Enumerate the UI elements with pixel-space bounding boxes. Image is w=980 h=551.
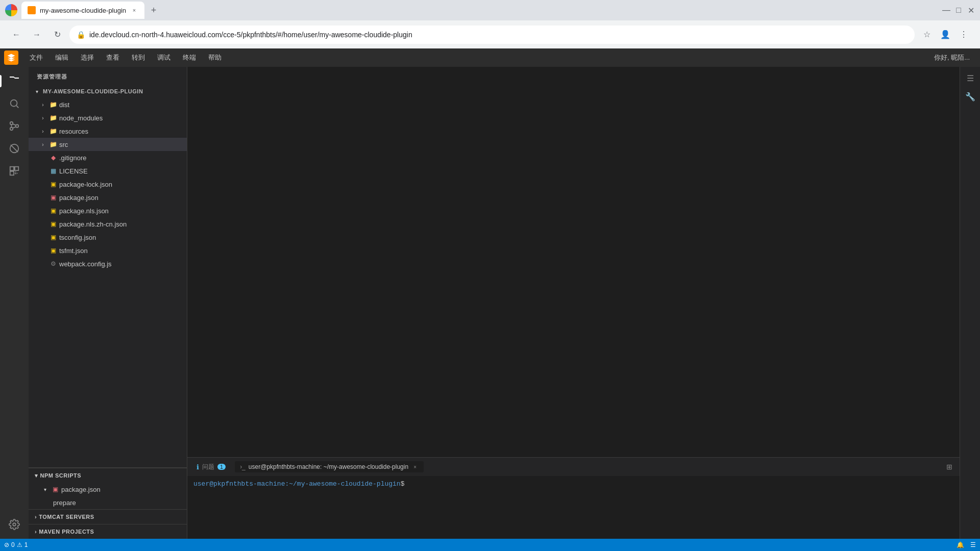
back-button[interactable]: ← bbox=[8, 27, 24, 43]
file-webpack-config-js[interactable]: › ⚙ webpack.config.js bbox=[29, 257, 187, 270]
menu-select[interactable]: 选择 bbox=[76, 51, 99, 64]
browser-titlebar: my-awesome-cloudide-plugin × + — □ ✕ bbox=[0, 0, 980, 20]
folder-resources[interactable]: › 📁 resources bbox=[29, 124, 187, 138]
tab-terminal[interactable]: ›_ user@pkpfnthbts-machine: ~/my-awesome… bbox=[235, 461, 424, 472]
active-tab[interactable]: my-awesome-cloudide-plugin × bbox=[21, 2, 144, 19]
svg-line-1 bbox=[16, 106, 18, 108]
json-red-icon: ▣ bbox=[49, 193, 57, 202]
app: 文件 编辑 选择 查看 转到 调试 终端 帮助 你好, 昵陌... bbox=[0, 48, 980, 551]
tomcat-servers-header[interactable]: › TOMCAT SERVERS bbox=[29, 510, 187, 524]
file-package-lock-json[interactable]: › ▣ package-lock.json bbox=[29, 178, 187, 191]
problems-icon: ℹ bbox=[197, 463, 199, 471]
close-window-button[interactable]: ✕ bbox=[967, 6, 975, 14]
folder-icon: 📁 bbox=[49, 140, 57, 148]
search-icon[interactable] bbox=[4, 93, 24, 114]
folder-node-modules[interactable]: › 📁 node_modules bbox=[29, 111, 187, 124]
settings-icon[interactable] bbox=[4, 514, 24, 535]
folder-dist[interactable]: › 📁 dist bbox=[29, 98, 187, 111]
address-bar[interactable]: 🔒 ide.devcloud.cn-north-4.huaweicloud.co… bbox=[69, 26, 915, 44]
json-red-icon: ▣ bbox=[51, 485, 59, 493]
svg-point-2 bbox=[10, 122, 13, 125]
source-control-icon[interactable] bbox=[4, 116, 24, 136]
project-name: MY-AWESOME-CLOUDIDE-PLUGIN bbox=[43, 88, 143, 94]
folder-src[interactable]: › 📁 src bbox=[29, 138, 187, 151]
menu-edit[interactable]: 编辑 bbox=[50, 51, 74, 64]
terminal-content[interactable]: user@pkpfnthbts-machine:~/my-awesome-clo… bbox=[187, 476, 960, 539]
project-root[interactable]: ▾ MY-AWESOME-CLOUDIDE-PLUGIN bbox=[29, 85, 187, 98]
tab-problems[interactable]: ℹ 问题 1 bbox=[191, 461, 231, 473]
menu-button[interactable]: ⋮ bbox=[955, 27, 972, 43]
chevron-right-icon: › bbox=[39, 140, 47, 148]
menu-help[interactable]: 帮助 bbox=[203, 51, 227, 64]
npm-scripts-header[interactable]: ▾ NPM SCRIPTS bbox=[29, 468, 187, 483]
json-icon: ▣ bbox=[49, 207, 57, 215]
chevron-right-icon: › bbox=[39, 101, 47, 109]
file-package-nls-zhcn-json[interactable]: › ▣ package.nls.zh-cn.json bbox=[29, 217, 187, 231]
folder-node-modules-label: node_modules bbox=[59, 114, 103, 122]
file-package-json[interactable]: › ▣ package.json bbox=[29, 191, 187, 204]
main-content: 资源管理器 ▾ MY-AWESOME-CLOUDIDE-PLUGIN › 📁 d… bbox=[0, 67, 980, 539]
tab-close-button[interactable]: × bbox=[130, 6, 138, 14]
right-panel: ☰ 🔧 bbox=[960, 67, 980, 539]
right-plugin-icon[interactable]: 🔧 bbox=[963, 89, 977, 104]
file-package-nls-label: package.nls.json bbox=[59, 207, 109, 215]
file-tsfmt-json[interactable]: › ▣ tsfmt.json bbox=[29, 244, 187, 257]
folder-icon: 📁 bbox=[49, 114, 57, 122]
bookmark-button[interactable]: ☆ bbox=[919, 27, 935, 43]
menu-goto[interactable]: 转到 bbox=[127, 51, 150, 64]
files-icon[interactable] bbox=[4, 71, 24, 91]
address-text: ide.devcloud.cn-north-4.huaweicloud.com/… bbox=[89, 31, 908, 39]
split-terminal-button[interactable]: ⊞ bbox=[943, 461, 955, 473]
editor-area: ℹ 问题 1 ›_ user@pkpfnthbts-machine: ~/my-… bbox=[187, 67, 960, 539]
menu-file[interactable]: 文件 bbox=[24, 51, 48, 64]
terminal-tab-close[interactable]: × bbox=[411, 463, 419, 470]
npm-scripts-label: NPM SCRIPTS bbox=[40, 472, 82, 479]
forward-button[interactable]: → bbox=[29, 27, 45, 43]
menu-view[interactable]: 查看 bbox=[101, 51, 125, 64]
warning-count: 1 bbox=[24, 541, 28, 548]
chevron-right-icon: › bbox=[35, 514, 37, 520]
menu-debug[interactable]: 调试 bbox=[152, 51, 176, 64]
maven-projects-section: › MAVEN PROJECTS bbox=[29, 524, 187, 539]
chevron-right-icon: › bbox=[35, 529, 37, 535]
terminal-tabs: ℹ 问题 1 ›_ user@pkpfnthbts-machine: ~/my-… bbox=[187, 458, 960, 476]
right-list-icon[interactable]: ☰ bbox=[963, 71, 977, 85]
debug-icon[interactable] bbox=[4, 138, 24, 159]
status-errors[interactable]: ⊘ 0 ⚠ 1 bbox=[4, 541, 28, 548]
minimize-button[interactable]: — bbox=[942, 6, 950, 14]
chevron-down-icon: ▾ bbox=[41, 485, 49, 493]
svg-point-4 bbox=[16, 124, 19, 128]
list-icon[interactable]: ☰ bbox=[970, 541, 976, 548]
chevron-down-icon: ▾ bbox=[33, 87, 41, 95]
error-icon: ⊘ bbox=[4, 541, 9, 548]
folder-src-label: src bbox=[59, 141, 68, 148]
maven-projects-header[interactable]: › MAVEN PROJECTS bbox=[29, 524, 187, 539]
browser-chrome: my-awesome-cloudide-plugin × + — □ ✕ ← →… bbox=[0, 0, 980, 48]
file-tsconfig-label: tsconfig.json bbox=[59, 234, 96, 241]
new-tab-button[interactable]: + bbox=[146, 3, 161, 17]
json-icon: ▣ bbox=[49, 233, 57, 241]
browser-addressbar: ← → ↻ 🔒 ide.devcloud.cn-north-4.huaweicl… bbox=[0, 20, 980, 48]
npm-script-prepare[interactable]: prepare bbox=[29, 496, 187, 509]
file-gitignore[interactable]: › ◆ .gitignore bbox=[29, 151, 187, 164]
file-tsconfig-json[interactable]: › ▣ tsconfig.json bbox=[29, 231, 187, 244]
account-button[interactable]: 👤 bbox=[937, 27, 953, 43]
terminal-prompt-icon: ›_ bbox=[240, 463, 246, 470]
json-icon: ▣ bbox=[49, 246, 57, 255]
tab-strip: my-awesome-cloudide-plugin × + bbox=[21, 2, 938, 19]
editor-content bbox=[187, 67, 960, 457]
chevron-right-icon: › bbox=[39, 114, 47, 122]
bell-icon[interactable]: 🔔 bbox=[957, 541, 964, 548]
folder-icon: 📁 bbox=[49, 101, 57, 109]
file-license[interactable]: › ▦ LICENSE bbox=[29, 164, 187, 178]
browser-logo bbox=[5, 4, 17, 16]
maximize-button[interactable]: □ bbox=[954, 6, 963, 14]
svg-line-6 bbox=[11, 145, 18, 152]
extensions-icon[interactable] bbox=[4, 161, 24, 181]
problems-label: 问题 bbox=[202, 463, 214, 471]
menu-terminal[interactable]: 终端 bbox=[178, 51, 201, 64]
sidebar-content: ▾ MY-AWESOME-CLOUDIDE-PLUGIN › 📁 dist › … bbox=[29, 85, 187, 467]
refresh-button[interactable]: ↻ bbox=[49, 27, 65, 43]
npm-package-json[interactable]: ▾ ▣ package.json bbox=[29, 483, 187, 496]
file-package-nls-json[interactable]: › ▣ package.nls.json bbox=[29, 204, 187, 217]
